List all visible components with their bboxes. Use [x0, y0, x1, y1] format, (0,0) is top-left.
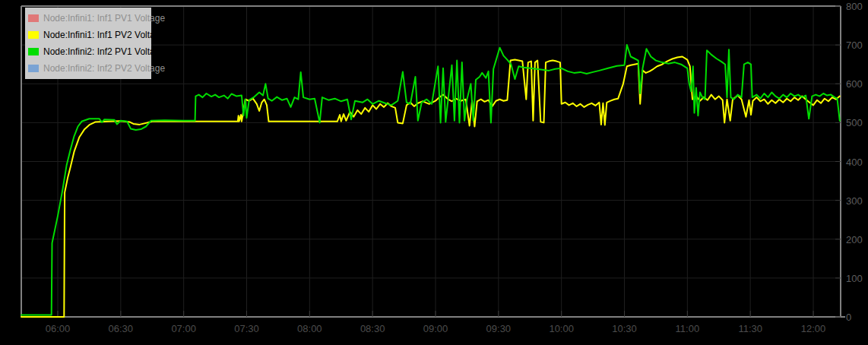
- y-tick-label: 700: [846, 40, 863, 51]
- legend-item-inf1-pv1[interactable]: Node:Infini1: Inf1 PV1 Voltage: [28, 10, 151, 27]
- voltage-chart-window: 06:0006:3007:0007:3008:0008:3009:0009:30…: [0, 0, 868, 345]
- y-tick-label: 0: [846, 312, 851, 323]
- y-tick-label: 800: [846, 1, 863, 12]
- y-tick-label: 300: [846, 195, 863, 207]
- series-color-swatch: [28, 31, 39, 39]
- y-tick-label: 600: [846, 78, 863, 90]
- x-tick-label: 12:00: [801, 323, 826, 334]
- series-color-swatch: [28, 65, 39, 72]
- series-color-swatch: [28, 48, 39, 55]
- x-tick-label: 06:00: [46, 323, 71, 334]
- x-tick-label: 09:00: [423, 323, 448, 334]
- legend-item-label: Node:Infini2: Inf2 PV2 Voltage: [43, 63, 165, 74]
- x-tick-label: 07:00: [171, 323, 196, 334]
- x-tick-label: 08:30: [360, 323, 385, 334]
- legend-item-label: Node:Infini1: Inf1 PV1 Voltage: [43, 13, 165, 24]
- x-tick-label: 08:00: [297, 323, 322, 334]
- legend-item-label: Node:Infini1: Inf1 PV2 Voltage: [43, 30, 165, 40]
- series-color-swatch: [28, 14, 39, 22]
- x-tick-label: 09:30: [486, 323, 512, 334]
- series-line: [21, 45, 840, 315]
- y-tick-label: 100: [846, 273, 863, 284]
- y-tick-label: 400: [846, 157, 863, 168]
- legend-item-inf2-pv2[interactable]: Node:Infini2: Inf2 PV2 Voltage: [28, 60, 151, 77]
- y-tick-label: 500: [846, 117, 863, 128]
- chart-legend: Node:Infini1: Inf1 PV1 Voltage Node:Infi…: [25, 8, 151, 79]
- y-tick-label: 200: [846, 234, 863, 245]
- legend-item-inf2-pv1[interactable]: Node:Infini2: Inf2 PV1 Voltage: [28, 43, 151, 60]
- legend-item-inf1-pv2[interactable]: Node:Infini1: Inf1 PV2 Voltage: [28, 27, 151, 43]
- x-tick-label: 11:00: [676, 323, 700, 334]
- x-tick-label: 11:30: [738, 323, 762, 334]
- legend-item-label: Node:Infini2: Inf2 PV1 Voltage: [43, 46, 165, 57]
- x-tick-label: 06:30: [109, 323, 134, 334]
- x-tick-label: 10:30: [612, 323, 637, 334]
- x-tick-label: 10:00: [549, 323, 574, 334]
- x-tick-label: 07:30: [234, 323, 259, 334]
